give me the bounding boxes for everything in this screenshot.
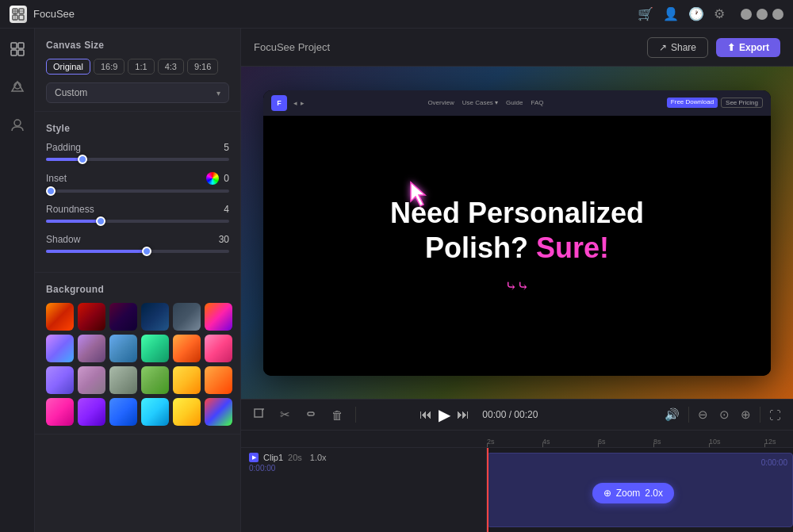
bg-swatch-9[interactable] [109,335,137,362]
nav-usecases: Use Cases ▾ [462,99,498,106]
zoom-badge[interactable]: ⊕ Zoom 2.0x [592,483,674,503]
nav-icon-fwd: ▸ [301,99,305,107]
zoom-in-button[interactable]: ⊕ [738,405,753,424]
roundness-row: Roundness 4 [46,204,229,215]
canvas-size-buttons: Original 16:9 1:1 4:3 9:16 [46,59,229,75]
share-button[interactable]: ↗ Share [647,37,708,58]
bg-swatch-1[interactable] [46,303,74,331]
inset-slider[interactable] [46,189,229,193]
main-layout: Canvas Size Original 16:9 1:1 4:3 9:16 C… [0,29,793,532]
padding-row: Padding 5 [46,142,229,153]
svg-point-11 [14,120,21,126]
nav-icon: ◂ [293,99,297,107]
shadow-row: Shadow 30 [46,234,229,245]
titlebar-left: FocuSee [10,6,75,23]
delete-tool-button[interactable]: 🗑 [329,406,346,424]
bg-swatch-23[interactable] [173,398,201,426]
rewind-button[interactable]: ⏮ [419,408,432,422]
bg-swatch-10[interactable] [141,335,169,362]
clip-indicator: ▶ [249,453,259,462]
ruler-mark-2s: 2s [487,438,542,446]
bg-swatch-5[interactable] [173,303,201,331]
bg-swatch-16[interactable] [141,366,169,394]
icon-sidebar [0,29,35,532]
ruler-mark-10s: 10s [709,438,764,446]
bg-swatch-8[interactable] [78,335,105,362]
video-headline-2: Polish? Sure! [390,231,644,265]
zoom-badge-icon: ⊕ [603,488,611,499]
app-name: FocuSee [33,8,75,20]
bg-swatch-24[interactable] [205,398,232,426]
track-label-area: ▶ Clip1 20s 1.0x 0:00:00 [241,448,487,532]
shadow-value: 30 [219,234,229,245]
inset-color-dot[interactable] [206,172,219,185]
fullscreen-button[interactable]: ⛶ [767,406,783,424]
zoom-badge-value: 2.0x [645,488,663,499]
inset-controls: 0 [206,172,229,185]
chevron-down-double-icon: ⤷⤷ [390,277,644,295]
export-button[interactable]: ⬆ Export [716,38,780,57]
bg-swatch-21[interactable] [109,398,137,426]
sidebar-item-canvas[interactable] [5,36,30,62]
svg-rect-12 [255,409,262,417]
bg-swatch-18[interactable] [205,366,232,394]
bg-swatch-19[interactable] [46,398,74,426]
volume-button[interactable]: 🔊 [662,405,682,424]
shadow-slider[interactable] [46,250,229,253]
canvas-btn-original[interactable]: Original [46,59,90,75]
background-swatches [46,303,229,426]
bg-swatch-11[interactable] [173,335,201,362]
bg-swatch-3[interactable] [109,303,137,331]
canvas-btn-16-9[interactable]: 16:9 [94,59,125,75]
zoom-dot-button[interactable]: ⊙ [717,405,732,424]
bg-swatch-2[interactable] [78,303,105,331]
bg-swatch-22[interactable] [141,398,169,426]
canvas-size-title: Canvas Size [46,40,229,51]
zoom-divider [760,407,760,423]
timeline-divider [355,407,356,423]
export-icon: ⬆ [727,42,735,53]
bg-swatch-14[interactable] [78,366,105,394]
fast-forward-button[interactable]: ⏭ [457,408,469,422]
bg-swatch-6[interactable] [205,303,232,331]
browser-chrome: F ◂ ▸ Overview Use Cases ▾ Guide FAQ [263,90,771,116]
bg-swatch-12[interactable] [205,335,232,362]
clock-icon[interactable]: 🕐 [688,6,704,21]
bg-swatch-20[interactable] [78,398,105,426]
play-button[interactable]: ▶ [439,405,450,424]
bg-swatch-17[interactable] [173,366,201,394]
sidebar-item-user[interactable] [5,113,30,138]
bg-swatch-4[interactable] [141,303,169,331]
close-button[interactable] [772,9,783,20]
volume-divider [688,407,689,423]
bg-swatch-13[interactable] [46,366,74,394]
cut-tool-button[interactable]: ✂ [278,405,293,424]
canvas-dropdown-label: Custom [55,87,87,98]
titlebar: FocuSee 🛒 👤 🕐 ⚙ [0,0,793,29]
canvas-btn-1-1[interactable]: 1:1 [128,59,154,75]
minimize-button[interactable] [741,9,752,20]
bg-swatch-15[interactable] [109,366,137,394]
nav-faq: FAQ [531,99,543,106]
sidebar-item-shapes[interactable] [5,75,30,100]
roundness-value: 4 [224,204,229,215]
maximize-button[interactable] [757,9,768,20]
canvas-dropdown[interactable]: Custom ▾ [46,82,229,103]
svg-rect-7 [18,43,24,48]
browser-logo: F [271,95,287,111]
share-label: Share [671,42,696,53]
crop-tool-button[interactable] [251,405,268,425]
roundness-slider[interactable] [46,220,229,223]
canvas-btn-4-3[interactable]: 4:3 [158,59,184,75]
bg-swatch-7[interactable] [46,335,74,362]
settings-icon[interactable]: ⚙ [714,6,725,21]
zoom-out-button[interactable]: ⊖ [695,405,711,424]
svg-rect-8 [11,50,17,55]
padding-slider[interactable] [46,158,229,161]
link-tool-button[interactable] [302,405,320,425]
cart-icon[interactable]: 🛒 [638,6,653,21]
user-icon[interactable]: 👤 [663,6,679,21]
padding-label: Padding [46,142,81,153]
timeline-toolbar: ✂ 🗑 ⏮ ▶ ⏭ 00:00 / 00:20 [241,399,793,431]
canvas-btn-9-16[interactable]: 9:16 [187,59,218,75]
